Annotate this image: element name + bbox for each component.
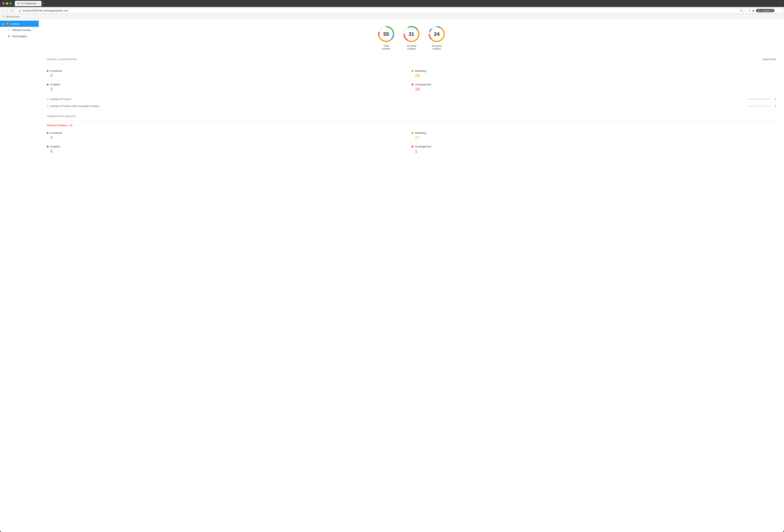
- url-text: localhost:9000/?dir=nationalgeographic-c…: [22, 9, 68, 12]
- back-button[interactable]: ‹: [2, 9, 5, 12]
- comparative-section-title: COMPARATIVE INSIGHTS: [47, 115, 76, 117]
- close-button[interactable]: [2, 2, 5, 5]
- classification-uncategorized: Uncategorized 19: [412, 81, 776, 94]
- comp-functional: Functional 3: [47, 129, 412, 143]
- sidebar-expand-arrow: ▶: [3, 23, 4, 25]
- comp-functional-dot: [47, 132, 49, 134]
- sidebar-item-cookies[interactable]: ▶ 🍪 Cookies: [0, 21, 39, 27]
- functional-label: Functional: [47, 69, 412, 72]
- classification-marketing: Marketing 28: [412, 67, 776, 81]
- third-party-value: 24: [434, 31, 440, 37]
- third-party-label: 3rd party cookies: [432, 45, 442, 50]
- maximize-button[interactable]: [9, 2, 12, 5]
- comp-uncategorized-label: Uncategorized: [412, 145, 776, 148]
- uncategorized-label: Uncategorized: [412, 83, 776, 86]
- marketing-label: Marketing: [412, 69, 776, 72]
- active-tab[interactable]: 🖥 CLI Dashboard ✕: [15, 1, 41, 6]
- sidebar-technologies-label: Technologies: [12, 35, 27, 38]
- lock-icon: 🔒: [18, 9, 21, 12]
- url-bar-icons: 🔍 ☆ ⬆ ▣ 🕵 Incognito (2) ⋮: [740, 9, 779, 12]
- sidebar-item-technologies[interactable]: ⚙ Technologies: [0, 33, 39, 39]
- frames-dot-1: [47, 98, 49, 100]
- classification-grid: Functional 5 Marketing 28: [47, 67, 776, 94]
- reload-button[interactable]: ↻: [10, 9, 14, 12]
- classification-divider: [47, 64, 776, 64]
- tab-title: CLI Dashboard: [21, 2, 36, 5]
- uncategorized-text: Uncategorized: [415, 83, 431, 86]
- first-party-value: 31: [409, 31, 414, 37]
- tab-close-button[interactable]: ✕: [37, 2, 39, 5]
- functional-text: Functional: [50, 69, 62, 72]
- comparative-section-header: COMPARATIVE INSIGHTS: [47, 115, 776, 117]
- comparative-grid: Functional 3 Marketing 17: [47, 129, 776, 156]
- expand-view-button[interactable]: Expand View: [763, 58, 776, 61]
- sidebar-affected-cookies-label: Affected Cookies: [12, 29, 31, 31]
- incognito-badge: 🕵 Incognito (2): [756, 9, 775, 12]
- frames-item-total: Number of Frames 3: [47, 96, 776, 103]
- comp-functional-text: Functional: [50, 131, 62, 135]
- affected-cookies-icon: ○: [7, 28, 10, 31]
- incognito-label: Incognito (2): [761, 9, 773, 12]
- analytics-label: Analytics: [47, 83, 412, 86]
- technologies-icon: ⚙: [7, 35, 10, 38]
- comp-functional-label: Functional: [47, 131, 412, 135]
- url-bar[interactable]: 🔒 localhost:9000/?dir=nationalgeographic…: [16, 8, 782, 13]
- more-options-icon[interactable]: ⋮: [776, 9, 779, 12]
- browser-toolbar: ‹ › ↻ 🔒 localhost:9000/?dir=nationalgeog…: [0, 7, 784, 14]
- minimize-button[interactable]: [6, 2, 8, 5]
- sidebar-item-affected-cookies[interactable]: ○ Affected Cookies: [0, 27, 39, 33]
- frames-bar-total: [748, 99, 771, 99]
- browser-window: 🖥 CLI Dashboard ✕ + ⌄ ‹ › ↻ 🔒 localhost:…: [0, 0, 784, 532]
- marketing-text: Marketing: [415, 69, 426, 72]
- functional-count: 5: [47, 73, 412, 78]
- first-party-chart: 31: [403, 25, 420, 43]
- bookmarks-folder-icon: 📁: [2, 16, 5, 18]
- new-tab-button[interactable]: +: [42, 2, 44, 5]
- comparative-insights-section: COMPARATIVE INSIGHTS Affected Cookies : …: [47, 115, 776, 156]
- sidebar-toggle-icon[interactable]: ▣: [752, 9, 754, 12]
- stat-third-party-cookies: 24 3rd party cookies: [428, 25, 446, 50]
- star-icon[interactable]: ☆: [745, 9, 747, 12]
- comp-uncategorized: Uncategorized 1: [412, 143, 776, 156]
- marketing-dot: [412, 70, 413, 72]
- tab-bar: 🖥 CLI Dashboard ✕ +: [15, 1, 778, 6]
- total-cookies-chart: 55: [377, 25, 395, 43]
- classification-functional: Functional 5: [47, 67, 412, 81]
- marketing-count: 28: [412, 73, 776, 78]
- first-party-label: 1st party cookies: [407, 45, 416, 50]
- frames-section: Number of Frames 3 Number of Frames with…: [47, 96, 776, 110]
- comp-analytics-dot: [47, 146, 49, 148]
- comp-marketing-label: Marketing: [412, 131, 776, 135]
- uncategorized-dot: [412, 84, 413, 86]
- window-controls: ⌄: [780, 2, 782, 5]
- comp-marketing-dot: [412, 132, 413, 134]
- stat-total-cookies: 55 Total cookies: [377, 25, 395, 50]
- cookie-classification-section: COOKIE CLASSIFICATION Expand View Functi…: [47, 58, 776, 110]
- main-content: 55 Total cookies: [39, 19, 784, 532]
- comp-uncategorized-count: 1: [412, 149, 776, 154]
- browser-titlebar: 🖥 CLI Dashboard ✕ + ⌄: [0, 0, 784, 7]
- cookies-icon: 🍪: [6, 22, 9, 25]
- forward-button[interactable]: ›: [6, 9, 9, 12]
- comp-uncategorized-dot: [412, 146, 413, 148]
- comp-analytics-count: 0: [47, 149, 412, 154]
- classification-analytics: Analytics 3: [47, 81, 412, 94]
- comp-marketing-text: Marketing: [415, 131, 426, 135]
- share-icon[interactable]: ⬆: [748, 9, 751, 12]
- functional-dot: [47, 70, 49, 72]
- app-layout: ▶ 🍪 Cookies ○ Affected Cookies ⚙ Technol…: [0, 19, 784, 532]
- comp-uncategorized-text: Uncategorized: [415, 145, 431, 148]
- frames-label-total: Number of Frames: [50, 98, 746, 100]
- incognito-icon: 🕵: [758, 9, 760, 12]
- frames-label-associated: Number of Frames with Associated Cookies: [50, 105, 746, 108]
- comp-analytics-text: Analytics: [50, 145, 60, 148]
- comp-analytics-label: Analytics: [47, 145, 412, 148]
- sidebar-cookies-label: Cookies: [10, 22, 20, 25]
- frames-item-associated: Number of Frames with Associated Cookies…: [47, 103, 776, 110]
- classification-section-header: COOKIE CLASSIFICATION Expand View: [47, 58, 776, 61]
- frames-count-total: 3: [772, 98, 776, 100]
- zoom-icon: 🔍: [740, 9, 743, 12]
- analytics-count: 3: [47, 87, 412, 92]
- comp-analytics: Analytics 0: [47, 143, 412, 156]
- total-cookies-value: 55: [384, 31, 389, 37]
